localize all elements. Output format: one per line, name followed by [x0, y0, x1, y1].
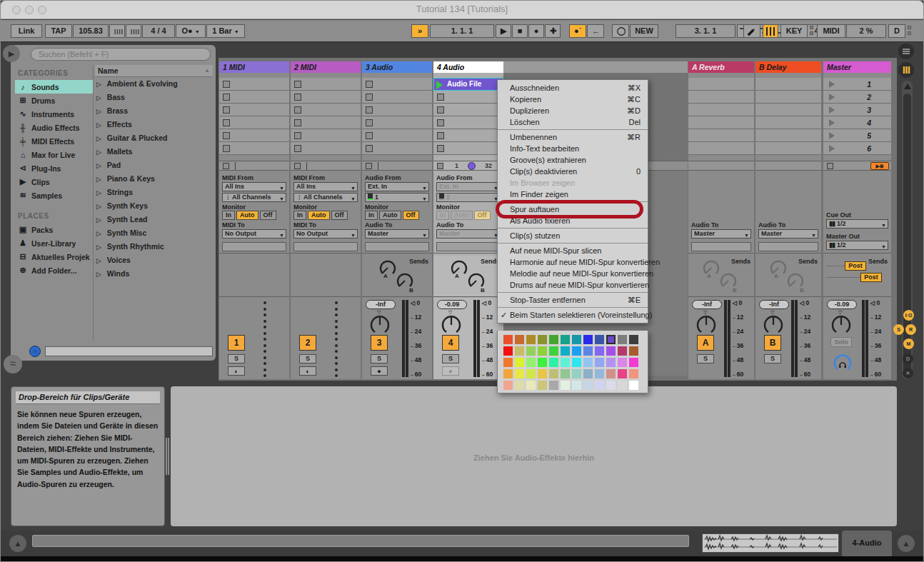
clip-slot[interactable]	[362, 116, 432, 129]
midi-channel-select[interactable]: ⋮All Channels▼	[222, 193, 286, 202]
pan-knob[interactable]	[368, 314, 391, 336]
track-stop-row[interactable]	[219, 161, 289, 171]
scene-play-icon[interactable]	[829, 119, 835, 126]
pan-knob[interactable]	[440, 314, 463, 336]
search-input[interactable]	[31, 48, 211, 61]
color-swatch[interactable]	[549, 346, 558, 356]
color-swatch[interactable]	[618, 346, 627, 356]
crossfade-assign-box[interactable]	[758, 242, 818, 251]
monitor-off-button[interactable]: Off	[474, 211, 491, 220]
volume-field[interactable]: -Inf	[692, 300, 722, 309]
record-button[interactable]: ●	[528, 24, 544, 38]
context-menu-item[interactable]	[498, 307, 648, 308]
clip-slot[interactable]	[362, 129, 432, 142]
browser-folder-row[interactable]: ▷ Bass	[95, 91, 213, 104]
context-menu-item[interactable]: Drums auf neue MIDI-Spur konvertieren	[498, 279, 648, 291]
clip-stop-button[interactable]	[223, 145, 230, 152]
solo-button[interactable]: S	[442, 354, 459, 363]
clip-stop-button[interactable]	[366, 106, 373, 114]
volume-field[interactable]: -0.09	[827, 300, 857, 309]
color-swatch[interactable]	[572, 335, 581, 344]
volume-field[interactable]: -Inf	[366, 300, 396, 309]
crossfade-assign-box[interactable]	[436, 242, 501, 251]
color-swatch[interactable]	[561, 381, 570, 390]
browser-folder-row[interactable]: ▷ Strings	[95, 186, 213, 199]
browser-toggle-icon[interactable]: ▶	[3, 45, 20, 62]
midi-overdub-button[interactable]: ●˙	[569, 24, 586, 38]
scene-slot[interactable]: 1	[823, 78, 891, 91]
context-menu-item[interactable]	[498, 228, 648, 229]
browser-folder-row[interactable]: ▷ Piano & Keys	[95, 172, 213, 186]
empty-slot[interactable]	[688, 129, 754, 142]
clip-slot[interactable]	[291, 91, 361, 104]
expand-triangle-icon[interactable]: ▷	[96, 135, 101, 142]
color-swatch[interactable]	[549, 369, 558, 378]
key-map-button[interactable]: KEY	[780, 24, 808, 38]
color-swatch[interactable]	[526, 369, 536, 378]
context-menu-item[interactable]: Stop-Taster entfernen ⌘E	[498, 294, 648, 306]
track-stop-row[interactable]	[755, 161, 821, 171]
quantization-menu[interactable]: O● ▼	[176, 24, 206, 38]
audio-from-select[interactable]: Ext. In▼	[436, 182, 501, 191]
track-stop-row[interactable]	[291, 161, 361, 171]
color-swatch[interactable]	[538, 381, 547, 390]
color-swatch[interactable]	[503, 369, 513, 378]
clip-slot[interactable]	[433, 142, 503, 155]
new-button[interactable]: NEW	[630, 24, 658, 38]
scene-slot[interactable]: 4	[823, 116, 891, 129]
color-swatch[interactable]	[538, 346, 547, 356]
browser-folder-row[interactable]: ▷ Synth Lead	[95, 213, 213, 226]
color-swatch[interactable]	[503, 335, 513, 344]
empty-slot[interactable]	[755, 104, 821, 116]
session-record-button[interactable]: ◯	[612, 24, 629, 38]
color-swatch[interactable]	[595, 358, 604, 367]
scene-play-icon[interactable]	[829, 94, 835, 101]
monitor-auto-button[interactable]: Auto	[236, 211, 258, 220]
track-activator-button[interactable]: 2	[299, 335, 316, 351]
sidebar-category-item[interactable]: ⊞ Drums	[15, 94, 93, 107]
color-swatch[interactable]	[561, 335, 570, 344]
monitor-auto-button[interactable]: Auto	[379, 211, 401, 220]
scene-play-icon[interactable]	[829, 106, 835, 114]
track-header[interactable]: 1 MIDI	[219, 61, 289, 73]
monitor-in-button[interactable]: In	[436, 211, 449, 220]
empty-slot[interactable]	[688, 78, 754, 91]
clip-slot[interactable]	[291, 129, 361, 142]
scene-slot[interactable]: 6	[823, 142, 891, 155]
empty-slot[interactable]	[688, 104, 754, 116]
clip-slot[interactable]	[291, 104, 361, 116]
clip-overview-waveform[interactable]	[702, 533, 839, 553]
track-header[interactable]: A Reverb	[688, 61, 754, 73]
track-activator-button[interactable]: 4	[442, 335, 459, 351]
context-menu-item[interactable]: Auf neue MIDI-Spur slicen	[498, 245, 648, 256]
clip-slot[interactable]	[433, 116, 503, 129]
selected-clip-tab[interactable]: 4-Audio	[842, 531, 892, 556]
color-swatch[interactable]	[503, 358, 513, 367]
color-swatch[interactable]	[606, 346, 616, 356]
color-swatch[interactable]	[629, 358, 638, 367]
color-swatch[interactable]	[538, 369, 547, 378]
track-header[interactable]: 2 MIDI	[291, 61, 361, 73]
solo-button[interactable]: S	[371, 354, 388, 363]
color-swatch[interactable]	[526, 381, 536, 390]
scroll-up-icon[interactable]	[904, 84, 911, 89]
name-column-header[interactable]: Name▲	[95, 65, 213, 77]
sidebar-category-item[interactable]: ╪ MIDI Effects	[15, 134, 93, 148]
expand-triangle-icon[interactable]: ▷	[96, 189, 101, 196]
color-swatch[interactable]	[515, 369, 524, 378]
color-swatch[interactable]	[561, 346, 570, 356]
color-swatch[interactable]	[572, 358, 581, 367]
arm-record-button[interactable]: ◐	[228, 366, 245, 376]
send-b-pre-post-toggle[interactable]: Post	[860, 273, 882, 282]
context-menu-item[interactable]: ✓ Beim Starten selektieren (Voreinstellu…	[498, 309, 648, 321]
clip-stop-button[interactable]	[437, 132, 444, 139]
device-drop-area[interactable]: Ziehen Sie Audio-Effekte hierhin	[171, 386, 897, 526]
audio-to-select[interactable]: Master▼	[365, 229, 429, 239]
context-menu-item[interactable]	[498, 129, 648, 130]
clip-stop-button[interactable]	[294, 132, 301, 139]
empty-slot[interactable]	[688, 116, 754, 129]
expand-triangle-icon[interactable]: ▷	[96, 244, 101, 251]
browser-folder-row[interactable]: ▷ Mallets	[95, 145, 213, 159]
empty-slot[interactable]	[755, 116, 821, 129]
color-swatch[interactable]	[606, 358, 616, 367]
